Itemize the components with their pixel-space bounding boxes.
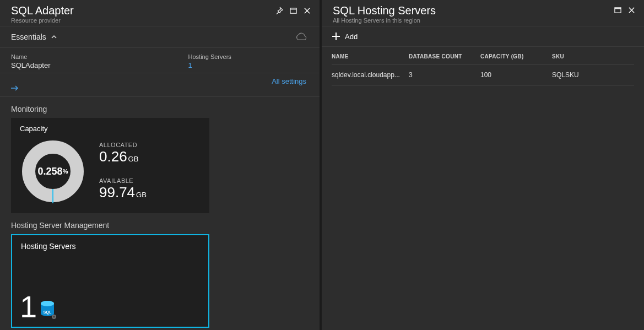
table-row[interactable]: sqldev.local.cloudapp... 3 100 SQLSKU (332, 64, 634, 86)
arrow-right-icon (11, 85, 309, 91)
chevron-up-icon (51, 34, 57, 40)
table-header: NAME DATABASE COUNT CAPACITY (GB) SKU (332, 53, 634, 64)
blade-subtitle: Resource provider (11, 17, 74, 24)
column-database-count[interactable]: DATABASE COUNT (409, 53, 480, 59)
add-label: Add (345, 33, 358, 41)
name-label: Name (11, 53, 51, 60)
hosting-servers-table: NAME DATABASE COUNT CAPACITY (GB) SKU sq… (322, 47, 644, 93)
row-capacity: 100 (480, 71, 552, 79)
donut-percent-value: 0.258 (38, 166, 63, 177)
column-sku[interactable]: SKU (552, 53, 618, 59)
add-button[interactable]: Add (322, 26, 644, 47)
maximize-icon[interactable] (290, 7, 297, 14)
svg-point-11 (53, 316, 55, 318)
monitoring-section-label: Monitoring (0, 97, 320, 118)
capacity-tile[interactable]: Capacity 0.258% ALLOCATED 0.26GB (11, 118, 209, 213)
essentials-toggle[interactable]: Essentials (0, 26, 320, 48)
essentials-grid: Name SQLAdapter Hosting Servers 1 (0, 48, 320, 73)
cloud-icon (294, 32, 309, 42)
svg-point-8 (41, 301, 54, 306)
maximize-icon[interactable] (614, 7, 621, 14)
svg-text:SQL: SQL (44, 310, 52, 315)
allocated-value: 0.26 (99, 148, 127, 165)
column-capacity[interactable]: CAPACITY (GB) (480, 53, 552, 59)
capacity-tile-title: Capacity (20, 125, 201, 133)
available-unit: GB (136, 191, 147, 199)
available-value: 99.74 (99, 184, 135, 201)
essentials-label-text: Essentials (11, 33, 46, 41)
close-icon[interactable] (304, 7, 311, 14)
sql-database-icon: SQL (40, 300, 57, 319)
capacity-donut-chart: 0.258% (20, 138, 86, 204)
hosting-servers-tile[interactable]: Hosting Servers 1 SQL (11, 234, 209, 328)
hosting-servers-tile-title: Hosting Servers (21, 242, 199, 251)
row-database-count: 3 (409, 71, 480, 79)
row-sku: SQLSKU (552, 71, 618, 79)
plus-icon (332, 32, 340, 41)
hosting-servers-count: 1 (20, 291, 37, 322)
blade-header-right: SQL Hosting Servers All Hosting Servers … (322, 0, 644, 26)
hosting-servers-link[interactable]: 1 (188, 61, 231, 69)
donut-percent-suffix: % (63, 168, 68, 175)
column-name[interactable]: NAME (332, 53, 409, 59)
sql-adapter-blade: SQL Adapter Resource provider Essentials (0, 0, 322, 330)
allocated-unit: GB (128, 155, 139, 163)
blade-title: SQL Adapter (11, 4, 74, 17)
pin-icon[interactable] (275, 7, 283, 14)
allocated-label: ALLOCATED (99, 142, 147, 148)
blade-subtitle-right: All Hosting Servers in this region (333, 17, 436, 24)
name-value: SQLAdapter (11, 61, 51, 69)
hosting-server-management-label: Hosting Server Management (0, 213, 320, 234)
all-settings-link[interactable]: All settings (0, 73, 320, 97)
row-name: sqldev.local.cloudapp... (332, 71, 409, 79)
hosting-servers-label: Hosting Servers (188, 53, 231, 60)
blade-title-right: SQL Hosting Servers (333, 4, 436, 17)
all-settings-text: All settings (272, 77, 306, 85)
available-label: AVAILABLE (99, 177, 147, 184)
blade-header: SQL Adapter Resource provider (0, 0, 320, 26)
close-icon[interactable] (628, 7, 635, 14)
sql-hosting-servers-blade: SQL Hosting Servers All Hosting Servers … (322, 0, 644, 330)
